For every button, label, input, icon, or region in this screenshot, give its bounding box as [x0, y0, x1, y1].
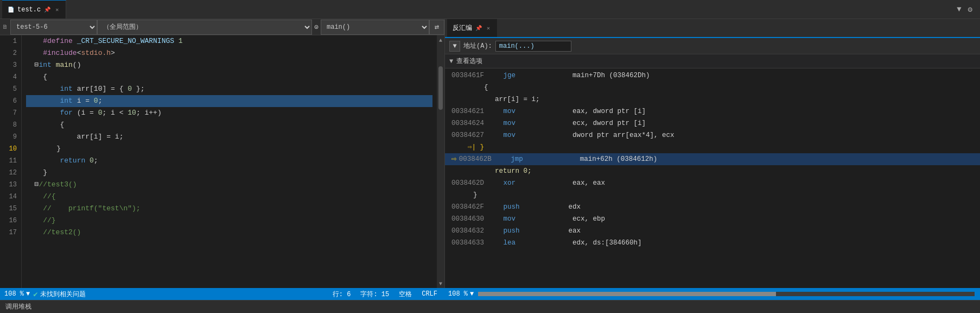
line-num-9: 9	[4, 131, 17, 143]
address-bar: ▼ 地址(A):	[445, 38, 980, 54]
code-line-16: //}	[26, 215, 432, 227]
pin-icon: 📌	[44, 7, 50, 13]
bottom-area: 108 % ▼ ✔ 未找到相关问题 行: 6 字符: 15 空格 CRLF 10…	[0, 288, 980, 300]
scope-selector[interactable]: （全局范围）	[97, 20, 312, 35]
disasm-tab-bar: 反汇编 📌 ✕	[445, 19, 980, 38]
disasm-current-arrow: ⇨	[451, 153, 457, 165]
disasm-line-current: ⇨ 0038462B jmp main+62h (0384612h)	[445, 153, 980, 165]
code-line-10: ⇨ }	[26, 143, 432, 155]
sync-btn[interactable]: ⇄	[429, 20, 444, 35]
line-num-3: 3	[4, 59, 17, 71]
disasm-line-3: 00384624 mov ecx, dword ptr [i]	[445, 117, 980, 129]
disasm-line-5: 0038462D xor eax, eax	[445, 177, 980, 189]
main-area: 🗎 test-5-6 （全局范围） ⊙ main() ⇄ 1	[0, 19, 980, 288]
scroll-down[interactable]: ▼	[438, 280, 443, 288]
settings-btn[interactable]: ⚙	[966, 4, 975, 15]
line-num-7: 7	[4, 107, 17, 119]
addr-label: 地址(A):	[463, 41, 492, 51]
line-numbers: 1 2 3 4 5 6 7 8 9 10 11 12 13 14 15 16 1	[0, 35, 22, 288]
status-col: 字符: 15	[357, 290, 392, 299]
func-icon: ⊙	[312, 23, 321, 32]
code-line-8: {	[26, 119, 432, 131]
disasm-code[interactable]: 0038461F jge main+7Dh (038462Dh) { arr[i…	[445, 68, 980, 288]
line-num-17: 17	[4, 227, 17, 239]
file-selector[interactable]: test-5-6	[10, 20, 97, 35]
disasm-status-bar: 108 % ▼	[445, 288, 980, 300]
line-num-16: 16	[4, 215, 17, 227]
line-num-6: 6	[4, 95, 17, 107]
expand-btn[interactable]: ▼	[449, 41, 460, 52]
status-encoding: CRLF	[418, 290, 441, 298]
line-num-14: 14	[4, 191, 17, 203]
zoom-control[interactable]: 108 % ▼	[4, 290, 30, 298]
disasm-hscroll[interactable]	[478, 292, 975, 296]
disasm-line-return: return 0;	[445, 165, 980, 177]
addr-input[interactable]	[495, 41, 571, 52]
toolbar-file-icon: 🗎	[0, 23, 10, 30]
func-selector[interactable]: main()	[321, 20, 429, 35]
code-line-14: //{	[26, 191, 432, 203]
callstack-bar: 调用堆栈	[0, 300, 980, 313]
code-line-11: return 0;	[26, 155, 432, 167]
disasm-zoom-dropdown[interactable]: ▼	[470, 290, 474, 298]
line-num-1: 1	[4, 35, 17, 47]
callstack-label: 调用堆栈	[5, 302, 31, 311]
main-tab-bar: 📄 test.c 📌 ✕ ▼ ⚙	[0, 0, 980, 19]
line-num-15: 15	[4, 203, 17, 215]
line-num-10: 10	[4, 143, 17, 155]
code-content[interactable]: #define _CRT_SECURE_NO_WARNINGS 1 #inclu…	[22, 35, 437, 288]
line-num-2: 2	[4, 47, 17, 59]
code-line-15: // printf("test\n");	[26, 203, 432, 215]
code-line-9: arr[i] = i;	[26, 131, 432, 143]
disasm-zoom-label: 108 %	[448, 290, 468, 298]
line-num-4: 4	[4, 71, 17, 83]
disasm-hscroll-thumb[interactable]	[478, 292, 776, 296]
code-line-2: #include<stdio.h>	[26, 47, 432, 59]
code-area: 1 2 3 4 5 6 7 8 9 10 11 12 13 14 15 16 1	[0, 35, 444, 288]
code-line-13: ⊟//test3()	[26, 179, 432, 191]
disasm-line-indent1: arr[i] = i;	[445, 93, 980, 105]
ok-text: 未找到相关问题	[40, 290, 86, 299]
disasm-line-arrow-brace: ⇨| }	[445, 141, 980, 153]
disasm-line-7: 00384630 mov ecx, ebp	[445, 213, 980, 225]
status-ok: ✔ 未找到相关问题	[33, 290, 85, 299]
editor-panel: 🗎 test-5-6 （全局范围） ⊙ main() ⇄ 1	[0, 19, 445, 288]
line-num-12: 12	[4, 167, 17, 179]
disasm-tab[interactable]: 反汇编 📌 ✕	[447, 19, 497, 37]
disasm-line-9: 00384633 lea edx, ds:[384660h]	[445, 237, 980, 249]
view-options-label: 查看选项	[456, 57, 482, 66]
editor-tab-close[interactable]: ✕	[54, 6, 60, 14]
editor-scrollbar[interactable]: ▲ ▼	[437, 35, 444, 288]
disasm-line-2: 00384621 mov eax, dword ptr [i]	[445, 105, 980, 117]
ok-icon: ✔	[33, 290, 37, 299]
view-options-bar[interactable]: ▼ 查看选项	[445, 54, 980, 68]
code-line-3: ⊟int main()	[26, 59, 432, 71]
editor-toolbar: 🗎 test-5-6 （全局范围） ⊙ main() ⇄	[0, 19, 444, 35]
zoom-label: 108 %	[4, 290, 24, 298]
editor-tab-label: test.c	[17, 6, 41, 14]
minimize-btn[interactable]: ▼	[954, 4, 963, 15]
disasm-line-4: 00384627 mov dword ptr arr[eax*4], ecx	[445, 129, 980, 141]
disasm-pin-icon: 📌	[475, 25, 482, 32]
code-line-7: for (i = 0; i < 10; i++)	[26, 107, 432, 119]
editor-tab[interactable]: 📄 test.c 📌 ✕	[2, 0, 66, 18]
line-num-8: 8	[4, 119, 17, 131]
disasm-line-6: 0038462F push edx	[445, 201, 980, 213]
code-line-12: }	[26, 167, 432, 179]
disasm-line-brace1: {	[445, 82, 980, 93]
scroll-thumb[interactable]	[438, 66, 443, 110]
disasm-panel: 反汇编 📌 ✕ ▼ 地址(A): ▼ 查看选项 0038461F	[445, 19, 980, 288]
zoom-dropdown[interactable]: ▼	[26, 290, 30, 298]
disasm-line-brace2: }	[445, 189, 980, 201]
line-num-5: 5	[4, 83, 17, 95]
code-line-5: int arr[10] = { 0 };	[26, 83, 432, 95]
disasm-line-1: 0038461F jge main+7Dh (038462Dh)	[445, 70, 980, 82]
code-line-6: int i = 0;	[26, 95, 432, 107]
status-row: 行: 6	[329, 290, 354, 299]
tab-actions: ▼ ⚙	[954, 4, 978, 15]
scroll-up[interactable]: ▲	[438, 36, 443, 45]
disasm-line-8: 00384632 push eax	[445, 225, 980, 237]
status-space: 空格	[396, 290, 415, 299]
disasm-tab-close[interactable]: ✕	[485, 24, 492, 32]
code-line-4: {	[26, 71, 432, 83]
